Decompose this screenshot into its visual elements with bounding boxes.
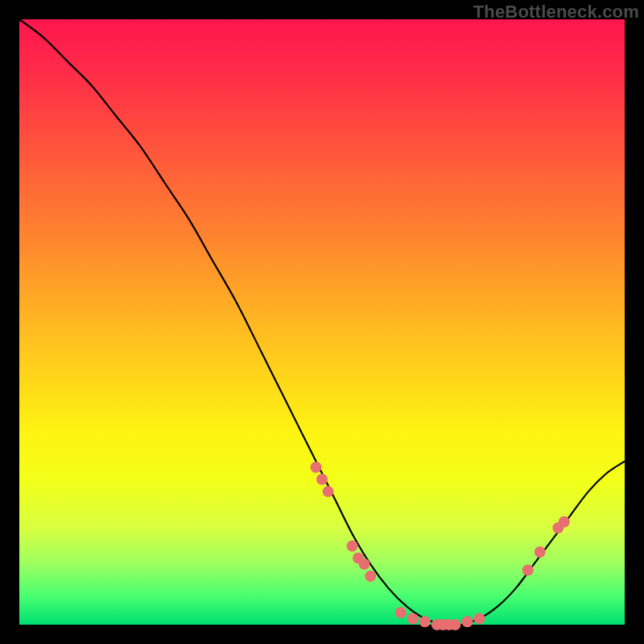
data-marker <box>535 547 546 558</box>
chart-frame: TheBottleneck.com <box>0 0 644 644</box>
data-marker <box>559 516 570 527</box>
data-marker <box>365 571 376 582</box>
data-marker <box>347 540 358 551</box>
data-marker <box>323 486 334 497</box>
data-marker <box>449 619 460 630</box>
marker-group <box>311 462 570 631</box>
data-marker <box>462 616 473 627</box>
data-marker <box>474 613 485 625</box>
bottleneck-curve-svg <box>19 19 625 625</box>
data-marker <box>407 613 419 625</box>
data-marker <box>419 616 431 627</box>
plot-area <box>19 19 625 625</box>
bottleneck-curve <box>19 19 625 625</box>
watermark-text: TheBottleneck.com <box>473 2 639 23</box>
data-marker <box>395 607 407 618</box>
data-marker <box>359 559 370 570</box>
data-marker <box>316 474 328 485</box>
data-marker <box>522 564 534 576</box>
data-marker <box>311 462 322 473</box>
